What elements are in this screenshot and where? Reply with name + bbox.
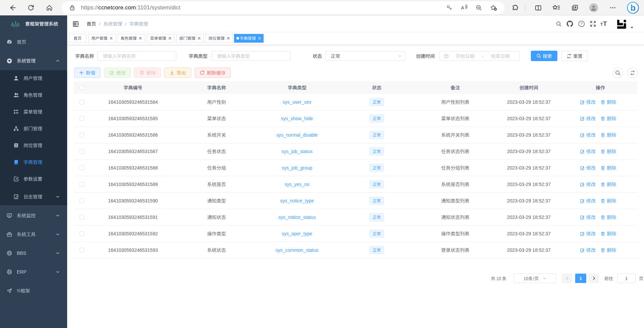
svg-text:b: b (631, 3, 636, 12)
svg-text:A: A (461, 5, 464, 10)
svg-text:T: T (603, 20, 607, 27)
svg-text:?: ? (581, 22, 583, 26)
svg-text:T: T (600, 22, 603, 27)
